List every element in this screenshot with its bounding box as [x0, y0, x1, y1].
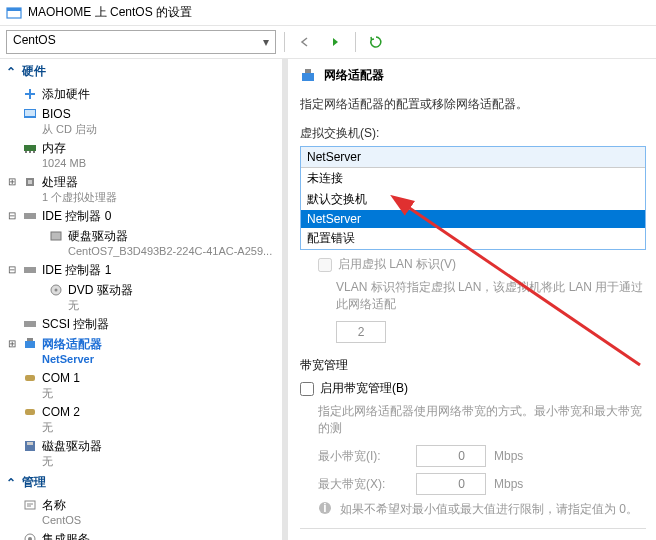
max-bandwidth-label: 最大带宽(X):: [318, 476, 408, 493]
svg-rect-20: [25, 375, 35, 381]
tree-item-integration[interactable]: 集成服务提供了一些服务: [0, 529, 282, 540]
svg-rect-23: [27, 442, 33, 445]
tree-item-ide0[interactable]: ⊟IDE 控制器 0: [0, 206, 282, 226]
tree-item-com2[interactable]: COM 2无: [0, 402, 282, 436]
svg-rect-11: [28, 180, 32, 184]
svg-rect-13: [51, 232, 61, 240]
tree-item-ide1[interactable]: ⊟IDE 控制器 1: [0, 260, 282, 280]
svg-rect-8: [29, 151, 31, 153]
virtual-switch-label: 虚拟交换机(S):: [300, 125, 646, 142]
network-adapter-icon: [22, 336, 38, 352]
scsi-icon: [22, 316, 38, 332]
toolbar-separator: [284, 32, 285, 52]
back-button[interactable]: [293, 30, 317, 54]
svg-rect-17: [24, 321, 36, 327]
tree-item-add-hardware[interactable]: 添加硬件: [0, 84, 282, 104]
bandwidth-hint: 指定此网络适配器使用网络带宽的方式。最小带宽和最大带宽的测: [318, 403, 646, 437]
tree-item-floppy[interactable]: 磁盘驱动器无: [0, 436, 282, 470]
collapse-icon: ⌃: [6, 65, 16, 79]
integration-icon: [22, 531, 38, 540]
window-title: MAOHOME 上 CentOS 的设置: [28, 4, 192, 21]
bandwidth-group-title: 带宽管理: [300, 357, 646, 374]
add-hardware-icon: [22, 86, 38, 102]
svg-rect-28: [305, 69, 311, 73]
svg-rect-19: [27, 338, 33, 341]
virtual-switch-dropdown[interactable]: NetServer 未连接默认交换机NetServer配置错误: [300, 146, 646, 250]
tree-item-network-adapter[interactable]: ⊞网络适配器NetServer: [0, 334, 282, 368]
svg-rect-24: [25, 501, 35, 509]
svg-rect-7: [25, 151, 27, 153]
hardware-section-header[interactable]: ⌃ 硬件: [0, 59, 282, 84]
svg-rect-5: [25, 110, 35, 116]
memory-icon: [22, 140, 38, 156]
vm-selector[interactable]: CentOS: [6, 30, 276, 54]
vlan-checkbox[interactable]: [318, 258, 332, 272]
max-bandwidth-input[interactable]: [416, 473, 486, 495]
svg-rect-12: [24, 213, 36, 219]
expand-icon[interactable]: ⊞: [6, 174, 18, 190]
management-section-label: 管理: [22, 474, 46, 491]
svg-rect-18: [25, 341, 35, 348]
svg-rect-21: [25, 409, 35, 415]
bios-icon: [22, 106, 38, 122]
com-port-icon: [22, 404, 38, 420]
hardware-section-label: 硬件: [22, 63, 46, 80]
name-icon: [22, 497, 38, 513]
ide-icon: [22, 262, 38, 278]
network-adapter-icon: [300, 68, 316, 84]
divider: [300, 528, 646, 529]
svg-rect-1: [7, 8, 21, 11]
vlan-id-input[interactable]: [336, 321, 386, 343]
vlan-checkbox-label: 启用虚拟 LAN 标识(V): [338, 256, 456, 273]
panel-title: 网络适配器: [324, 67, 384, 84]
expand-icon[interactable]: ⊞: [6, 336, 18, 352]
collapse-icon: ⌃: [6, 476, 16, 490]
floppy-icon: [22, 438, 38, 454]
collapse-icon[interactable]: ⊟: [6, 262, 18, 278]
tree-item-scsi[interactable]: SCSI 控制器: [0, 314, 282, 334]
dropdown-selected-value: NetServer: [301, 147, 645, 167]
tree-item-com1[interactable]: COM 1无: [0, 368, 282, 402]
svg-text:i: i: [323, 501, 326, 515]
com-port-icon: [22, 370, 38, 386]
min-bandwidth-label: 最小带宽(I):: [318, 448, 408, 465]
svg-rect-3: [29, 89, 31, 99]
unit-label: Mbps: [494, 449, 523, 463]
tree-item-name[interactable]: 名称CentOS: [0, 495, 282, 529]
min-bandwidth-input[interactable]: [416, 445, 486, 467]
dropdown-option[interactable]: 默认交换机: [301, 189, 645, 210]
settings-window-icon: [6, 5, 22, 21]
svg-point-16: [55, 289, 58, 292]
panel-description: 指定网络适配器的配置或移除网络适配器。: [300, 96, 646, 113]
vlan-hint: VLAN 标识符指定虚拟 LAN，该虚拟机将此 LAN 用于通过此网络适配: [336, 279, 646, 313]
management-section-header[interactable]: ⌃ 管理: [0, 470, 282, 495]
svg-rect-9: [33, 151, 35, 153]
tree-item-dvd[interactable]: DVD 驱动器无: [0, 280, 282, 314]
tree-item-hdd[interactable]: 硬盘驱动器CentOS7_B3D493B2-224C-41AC-A259...: [0, 226, 282, 260]
unit-label: Mbps: [494, 477, 523, 491]
ide-icon: [22, 208, 38, 224]
refresh-button[interactable]: [364, 30, 388, 54]
dropdown-option[interactable]: NetServer: [301, 210, 645, 228]
svg-rect-14: [24, 267, 36, 273]
info-icon: i: [318, 501, 332, 518]
dvd-icon: [48, 282, 64, 298]
bandwidth-checkbox[interactable]: [300, 382, 314, 396]
bandwidth-zero-note: 如果不希望对最小值或最大值进行限制，请指定值为 0。: [340, 501, 638, 518]
svg-rect-6: [24, 145, 36, 151]
svg-rect-27: [302, 73, 314, 81]
bandwidth-checkbox-label: 启用带宽管理(B): [320, 380, 408, 397]
cpu-icon: [22, 174, 38, 190]
tree-item-memory[interactable]: 内存1024 MB: [0, 138, 282, 172]
toolbar-separator: [355, 32, 356, 52]
tree-item-cpu[interactable]: ⊞处理器1 个虚拟处理器: [0, 172, 282, 206]
dropdown-option[interactable]: 配置错误: [301, 228, 645, 249]
tree-item-bios[interactable]: BIOS从 CD 启动: [0, 104, 282, 138]
collapse-icon[interactable]: ⊟: [6, 208, 18, 224]
vm-selector-value: CentOS: [13, 33, 56, 47]
dropdown-option[interactable]: 未连接: [301, 168, 645, 189]
hdd-icon: [48, 228, 64, 244]
forward-button[interactable]: [323, 30, 347, 54]
